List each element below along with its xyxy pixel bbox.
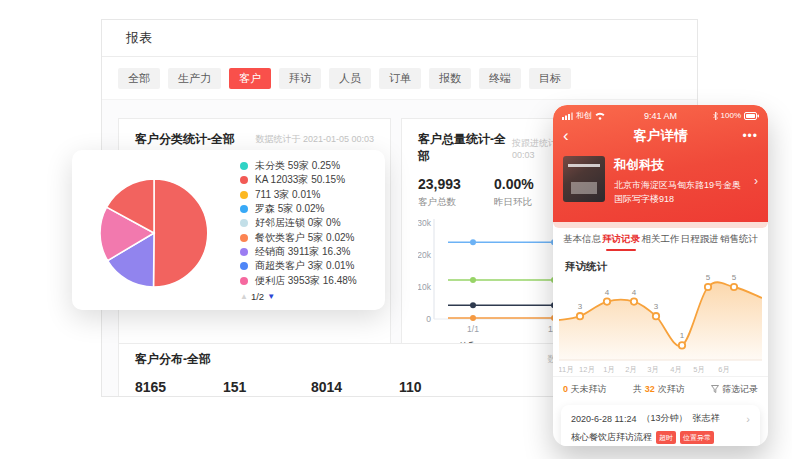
battery-icon bbox=[744, 112, 759, 120]
stat-no-location: 8014 无定位信息 bbox=[311, 379, 373, 397]
tab-report-count[interactable]: 报数 bbox=[429, 68, 471, 89]
tab-customer[interactable]: 客户 bbox=[229, 68, 271, 89]
svg-text:5: 5 bbox=[706, 273, 711, 282]
filter-records-button[interactable]: 筛选记录 bbox=[711, 383, 758, 396]
stat-current-city: 110 当前城市客户数 bbox=[399, 379, 466, 397]
card-title: 客户分布-全部 bbox=[135, 351, 211, 368]
legend-dot bbox=[240, 162, 248, 170]
svg-text:4: 4 bbox=[632, 288, 637, 297]
company-row[interactable]: 和创科技 北京市海淀区马甸东路19号金奥国际写字楼918 › bbox=[553, 147, 768, 207]
svg-text:1/1: 1/1 bbox=[467, 324, 479, 334]
legend-item[interactable]: 未分类 59家 0.25% bbox=[240, 159, 357, 173]
legend-item[interactable]: 罗森 5家 0.02% bbox=[240, 202, 357, 216]
funnel-icon bbox=[711, 385, 719, 393]
svg-text:20k: 20k bbox=[418, 250, 432, 260]
card-timestamp: 数据统计于 2021-01-05 00:03 bbox=[255, 133, 374, 146]
record-duration: （13分钟） bbox=[641, 412, 687, 425]
record-badge-location: 位置异常 bbox=[680, 431, 714, 444]
battery-label: 100% bbox=[721, 111, 741, 120]
record-badge-overtime: 超时 bbox=[656, 431, 676, 444]
legend-dot bbox=[240, 248, 248, 256]
tab-all[interactable]: 全部 bbox=[118, 68, 160, 89]
total-visits: 共 32 次拜访 bbox=[633, 383, 685, 396]
svg-text:4月: 4月 bbox=[670, 365, 682, 374]
visit-summary-row: 0 天未拜访 共 32 次拜访 筛选记录 bbox=[553, 376, 768, 401]
pager-label: 1/2 bbox=[251, 291, 264, 302]
status-bar: 和创 9:41 AM 100% bbox=[553, 105, 768, 121]
stat-total-customers: 23,993 客户总数 bbox=[418, 176, 480, 209]
legend-item[interactable]: 便利店 3953家 16.48% bbox=[240, 273, 357, 287]
wifi-icon bbox=[595, 112, 605, 120]
signal-icon bbox=[562, 112, 573, 120]
company-name: 和创科技 bbox=[614, 157, 745, 174]
svg-text:11月: 11月 bbox=[559, 365, 574, 374]
legend-dot bbox=[240, 205, 248, 213]
pager-up-icon[interactable]: ▲ bbox=[240, 292, 248, 301]
stat-day-ratio: 0.00% 昨日环比 bbox=[494, 176, 556, 209]
stat-with-location: 151 有定位信息 bbox=[223, 379, 285, 397]
tab-visit[interactable]: 拜访 bbox=[279, 68, 321, 89]
days-since-visit: 0 天未拜访 bbox=[563, 383, 607, 396]
svg-text:2月: 2月 bbox=[625, 365, 637, 374]
legend-dot bbox=[240, 234, 248, 242]
record-datetime: 2020-6-28 11:24 bbox=[571, 414, 636, 424]
tab-target[interactable]: 目标 bbox=[529, 68, 571, 89]
record-person: 张志祥 bbox=[692, 412, 719, 425]
tab-sales-stats[interactable]: 销售统计 bbox=[720, 233, 758, 252]
report-tabbar: 全部 生产力 客户 拜访 人员 订单 报数 终端 目标 bbox=[102, 57, 697, 99]
tab-order[interactable]: 订单 bbox=[379, 68, 421, 89]
phone-mockup: 和创 9:41 AM 100% bbox=[553, 105, 768, 446]
phone-navbar: ‹ 客户详情 ••• bbox=[553, 121, 768, 147]
phone-header: 和创 9:41 AM 100% bbox=[553, 105, 768, 222]
record-flow-name: 核心餐饮店拜访流程 bbox=[571, 431, 652, 444]
svg-text:10k: 10k bbox=[418, 282, 432, 292]
legend-item[interactable]: KA 12033家 50.15% bbox=[240, 173, 357, 187]
svg-text:4: 4 bbox=[605, 288, 610, 297]
tab-schedule[interactable]: 日程跟进 bbox=[681, 233, 719, 252]
svg-text:1月: 1月 bbox=[603, 365, 615, 374]
svg-text:0: 0 bbox=[426, 314, 431, 324]
back-icon[interactable]: ‹ bbox=[563, 127, 617, 144]
phone-page-title: 客户详情 bbox=[617, 127, 704, 145]
tab-basic-info[interactable]: 基本信息 bbox=[563, 233, 601, 252]
pager-down-icon[interactable]: ▼ bbox=[267, 292, 275, 301]
legend-item[interactable]: 商超类客户 3家 0.01% bbox=[240, 259, 357, 273]
tab-terminal[interactable]: 终端 bbox=[479, 68, 521, 89]
chevron-right-icon: › bbox=[746, 413, 750, 425]
stat-total-customers: 8165 客户总数 bbox=[135, 379, 197, 397]
carrier-label: 和创 bbox=[576, 110, 592, 121]
page-title: 报表 bbox=[126, 29, 152, 47]
legend-dot bbox=[240, 219, 248, 227]
svg-text:30k: 30k bbox=[418, 218, 432, 228]
legend-item[interactable]: 餐饮类客户 5家 0.02% bbox=[240, 230, 357, 244]
tab-productivity[interactable]: 生产力 bbox=[168, 68, 221, 89]
tab-related-work[interactable]: 相关工作 bbox=[642, 233, 680, 252]
screenshot-stage: 报表 全部 生产力 客户 拜访 人员 订单 报数 终端 目标 客户分类统计-全部… bbox=[0, 0, 792, 459]
tab-people[interactable]: 人员 bbox=[329, 68, 371, 89]
legend-dot bbox=[240, 277, 248, 285]
company-photo bbox=[563, 156, 605, 202]
pie-pager: ▲ 1/2 ▼ bbox=[240, 291, 275, 302]
svg-text:5月: 5月 bbox=[693, 365, 705, 374]
chevron-right-icon: › bbox=[754, 174, 758, 188]
area-chart: 344315511月12月1月2月3月4月5月6月 bbox=[559, 272, 762, 376]
pie-legend: 未分类 59家 0.25% KA 12033家 50.15% 711 3家 0.… bbox=[240, 159, 357, 288]
company-address: 北京市海淀区马甸东路19号金奥国际写字楼918 bbox=[614, 179, 745, 207]
svg-text:12月: 12月 bbox=[579, 365, 595, 374]
tab-visit-records[interactable]: 拜访记录 bbox=[602, 233, 640, 252]
svg-text:6月: 6月 bbox=[718, 365, 730, 374]
svg-text:3: 3 bbox=[654, 302, 659, 311]
pie-chart[interactable] bbox=[74, 152, 234, 309]
visit-record-item[interactable]: 2020-6-28 11:24 （13分钟） 张志祥 › 核心餐饮店拜访流程 超… bbox=[561, 405, 760, 446]
legend-item[interactable]: 711 3家 0.01% bbox=[240, 188, 357, 202]
status-time: 9:41 AM bbox=[626, 111, 695, 121]
legend-dot bbox=[240, 176, 248, 184]
card-title: 客户分类统计-全部 bbox=[135, 131, 235, 148]
legend-item[interactable]: 好邻居连锁 0家 0% bbox=[240, 216, 357, 230]
legend-dot bbox=[240, 262, 248, 270]
visit-stats-title: 拜访统计 bbox=[553, 252, 768, 272]
panel-header: 报表 bbox=[102, 20, 697, 57]
more-icon[interactable]: ••• bbox=[704, 129, 758, 143]
legend-item[interactable]: 经销商 3911家 16.3% bbox=[240, 245, 357, 259]
svg-text:3: 3 bbox=[578, 302, 583, 311]
